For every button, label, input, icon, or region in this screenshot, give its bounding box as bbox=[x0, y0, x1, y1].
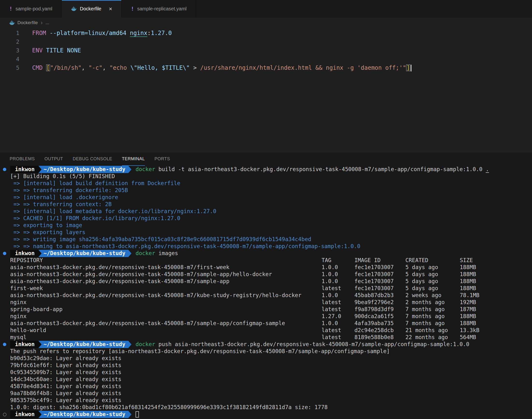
terminal-output-line: 79bfdc61ef6f: Layer already exists bbox=[10, 362, 532, 369]
code-line[interactable]: 3ENV TITLE NONE bbox=[0, 46, 532, 55]
code-token bbox=[190, 65, 193, 71]
docker-whale-icon bbox=[9, 21, 15, 25]
images-cell: 21 months ago bbox=[405, 327, 460, 334]
terminal-output-line: The push refers to repository [asia-nort… bbox=[10, 348, 532, 355]
images-cell: 7 months ago bbox=[405, 320, 460, 327]
images-cell: latest bbox=[322, 306, 355, 313]
images-table-row: asia-northeast3-docker.pkg.dev/responsiv… bbox=[10, 292, 532, 299]
images-cell: asia-northeast3-docker.pkg.dev/responsiv… bbox=[10, 271, 322, 278]
images-cell: mysql bbox=[10, 334, 322, 341]
images-cell: first-week bbox=[10, 285, 322, 292]
images-cell: asia-northeast3-docker.pkg.dev/responsiv… bbox=[10, 292, 322, 299]
images-cell: 1.0.0 bbox=[322, 292, 355, 299]
terminal-command: docker images bbox=[136, 250, 178, 257]
breadcrumb[interactable]: Dockerfile › ... bbox=[0, 18, 532, 28]
images-table-row: asia-northeast3-docker.pkg.dev/responsiv… bbox=[10, 264, 532, 271]
panel-tab-ports[interactable]: PORTS bbox=[155, 152, 170, 166]
code-token: [ bbox=[46, 65, 50, 71]
line-number: 3 bbox=[0, 46, 19, 55]
code-token: /usr/share/nginx/html/index.html && ngin… bbox=[197, 65, 406, 71]
yaml-file-icon: ! bbox=[131, 6, 134, 12]
code-token: : bbox=[147, 30, 151, 37]
panel-tab-terminal[interactable]: TERMINAL bbox=[122, 152, 145, 166]
prompt-cwd-segment: ~/Desktop/kube/kube-study bbox=[41, 250, 128, 257]
breadcrumb-symbol[interactable]: ... bbox=[45, 20, 49, 25]
terminal-output-line: 45878e4d8341: Layer already exists bbox=[10, 383, 532, 390]
editor-pane: !sample-pod.yamlDockerfile×!sample-repli… bbox=[0, 0, 532, 152]
images-cell: 564MB bbox=[460, 334, 532, 341]
images-cell: f9a8798d3df9 bbox=[355, 306, 405, 313]
breadcrumb-separator-icon: › bbox=[41, 20, 42, 26]
terminal-output-line: => => writing image sha256:4afa39aba735b… bbox=[10, 236, 532, 243]
code-token: "echo bbox=[109, 65, 130, 71]
images-column-header: SIZE bbox=[460, 257, 532, 264]
code-token: ] bbox=[406, 65, 410, 71]
terminal-cursor bbox=[136, 411, 139, 418]
tab-dockerfile[interactable]: Dockerfile× bbox=[62, 0, 122, 18]
line-number: 2 bbox=[0, 37, 19, 46]
code-text: FROM --platform=linux/amd64 nginx:1.27.0 bbox=[19, 29, 172, 37]
prompt-user-segment: inkwon bbox=[10, 250, 38, 257]
line-number: 5 bbox=[0, 64, 19, 72]
images-cell: 188MB bbox=[460, 278, 532, 285]
terminal-output-line: => => transferring context: 2B bbox=[10, 201, 532, 208]
code-token: --platform=linux/amd64 bbox=[50, 30, 126, 37]
tab-label: sample-replicaset.yaml bbox=[137, 6, 187, 12]
command-status-icon bbox=[3, 343, 6, 346]
terminal-output-line: b90d53c29dae: Layer already exists bbox=[10, 355, 532, 362]
code-token: 1.27.0 bbox=[151, 30, 172, 37]
code-line[interactable]: 2 bbox=[0, 37, 532, 46]
code-line[interactable]: 4 bbox=[0, 55, 532, 64]
output-text: => [internal] load metadata for docker.i… bbox=[10, 208, 216, 214]
images-table-row: first-weeklatestfec1e17030075 days ago18… bbox=[10, 285, 532, 292]
code-line[interactable]: 5CMD ["/bin/sh", "-c", "echo \"Hello, $T… bbox=[0, 64, 532, 72]
images-cell: 5 days ago bbox=[405, 271, 460, 278]
images-cell: latest bbox=[322, 327, 355, 334]
tab-label: sample-pod.yaml bbox=[15, 6, 52, 12]
images-cell: fec1e1703007 bbox=[355, 264, 405, 271]
tab-sample-replicaset-yaml[interactable]: !sample-replicaset.yaml bbox=[122, 0, 196, 18]
panel-tab-problems[interactable]: PROBLEMS bbox=[10, 152, 35, 166]
images-cell: latest bbox=[322, 285, 355, 292]
terminal-prompt-line: inkwon~/Desktop/kube/kube-studydocker bu… bbox=[10, 166, 532, 173]
images-cell: 4afa39aba735 bbox=[355, 320, 405, 327]
images-cell: latest bbox=[322, 334, 355, 341]
code-token: "/bin/sh" bbox=[50, 65, 82, 71]
images-cell: 7 months ago bbox=[405, 313, 460, 320]
prompt-arrow-icon bbox=[128, 341, 131, 348]
code-editor[interactable]: 1FROM --platform=linux/amd64 nginx:1.27.… bbox=[0, 28, 532, 72]
images-table-row: spring-board-applatestf9a8798d3df97 mont… bbox=[10, 306, 532, 313]
panel-tab-output[interactable]: OUTPUT bbox=[44, 152, 63, 166]
images-cell: 5 days ago bbox=[405, 278, 460, 285]
breadcrumb-file[interactable]: Dockerfile bbox=[17, 20, 38, 25]
close-icon[interactable]: × bbox=[109, 6, 112, 12]
code-text: ENV TITLE NONE bbox=[19, 46, 81, 55]
images-table-row: mysqllatest8189e588b0e822 months ago564M… bbox=[10, 334, 532, 341]
images-cell: 192MB bbox=[460, 299, 532, 306]
images-table-row: nginxlatest9bea9f2796e22 months ago192MB bbox=[10, 299, 532, 306]
code-line[interactable]: 1FROM --platform=linux/amd64 nginx:1.27.… bbox=[0, 29, 532, 37]
panel-tab-debug-console[interactable]: DEBUG CONSOLE bbox=[73, 152, 112, 166]
images-column-header: REPOSITORY bbox=[10, 257, 322, 264]
command-token: push asia-northeast3-docker.pkg.dev/resp… bbox=[155, 341, 469, 347]
prompt-arrow-icon bbox=[128, 411, 131, 418]
code-token: \"Hello, $TITLE\" bbox=[130, 65, 190, 71]
text-cursor bbox=[411, 65, 411, 71]
images-table-row: hello-worldlatestd2c94e258dcb21 months a… bbox=[10, 327, 532, 334]
command-status-icon bbox=[3, 252, 6, 255]
code-token bbox=[126, 30, 130, 37]
images-cell: 8189e588b0e8 bbox=[355, 334, 405, 341]
images-cell: fec1e1703007 bbox=[355, 278, 405, 285]
images-cell: 1.0.0 bbox=[322, 271, 355, 278]
tab-sample-pod-yaml[interactable]: !sample-pod.yaml bbox=[0, 0, 62, 18]
command-token: docker bbox=[136, 250, 155, 256]
command-token: docker bbox=[136, 341, 155, 347]
code-token bbox=[42, 65, 46, 71]
images-cell: 188MB bbox=[460, 271, 532, 278]
output-text: 79bfdc61ef6f: Layer already exists bbox=[10, 362, 122, 368]
command-token: . bbox=[486, 166, 489, 172]
panel-tab-bar: PROBLEMSOUTPUTDEBUG CONSOLETERMINALPORTS bbox=[0, 152, 532, 166]
terminal[interactable]: inkwon~/Desktop/kube/kube-studydocker bu… bbox=[0, 166, 532, 418]
output-text: The push refers to repository [asia-nort… bbox=[10, 348, 390, 354]
terminal-output-line: 14dc34bc60ae: Layer already exists bbox=[10, 376, 532, 383]
